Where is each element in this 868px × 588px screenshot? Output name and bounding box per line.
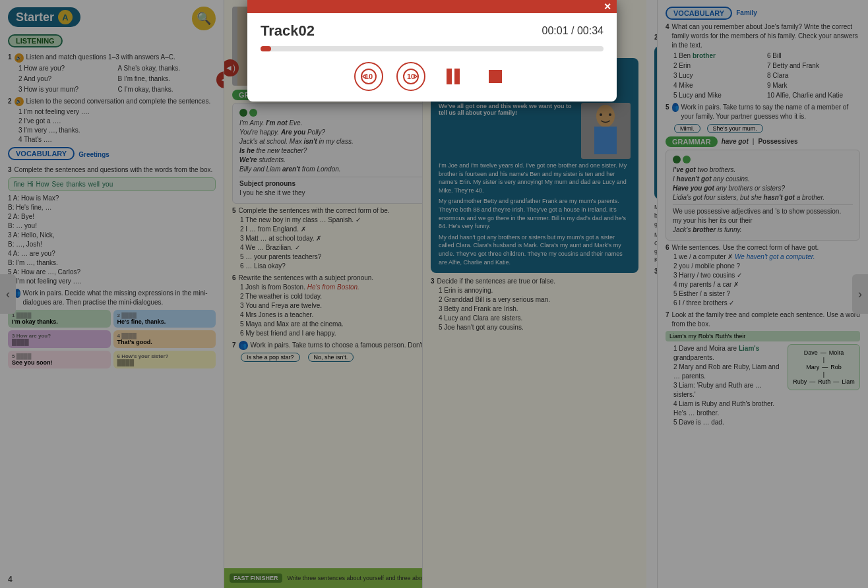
skip-button[interactable]: 10 [396, 62, 425, 91]
close-button[interactable]: ✕ [604, 1, 611, 12]
progress-fill [261, 46, 271, 51]
audio-content: Track02 00:01 / 00:34 10 [247, 13, 617, 102]
time-total: 00:34 [577, 25, 604, 36]
audio-player: ✕ Track02 00:01 / 00:34 10 [247, 0, 617, 102]
stop-button[interactable] [481, 62, 510, 91]
svg-rect-26 [454, 69, 460, 84]
rewind-button[interactable]: 10 [354, 62, 383, 91]
time-display: 00:01 / 00:34 [542, 25, 604, 37]
audio-controls: 10 10 [261, 62, 604, 91]
audio-header: ✕ [247, 0, 617, 13]
svg-rect-25 [447, 69, 452, 84]
time-current: 00:01 [542, 25, 569, 36]
pause-button[interactable] [439, 62, 468, 91]
track-title: Track02 [261, 22, 315, 40]
time-separator: / [571, 25, 577, 36]
modal-overlay[interactable]: ✕ Track02 00:01 / 00:34 10 [0, 0, 868, 588]
audio-top-row: Track02 00:01 / 00:34 [261, 22, 604, 40]
progress-bar[interactable] [261, 46, 604, 51]
svg-rect-27 [489, 70, 502, 83]
